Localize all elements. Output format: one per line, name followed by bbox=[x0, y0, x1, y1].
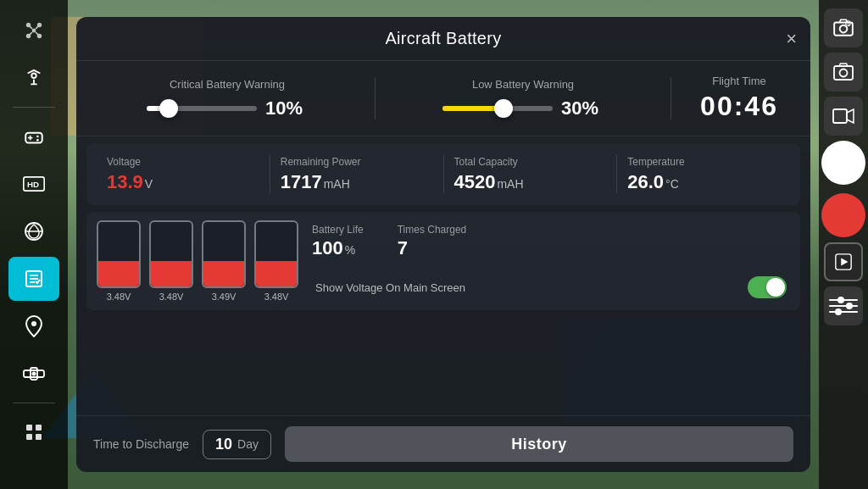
cell-4-group: 3.48V bbox=[254, 220, 298, 302]
drone-icon bbox=[23, 19, 45, 42]
sidebar-item-remote[interactable] bbox=[8, 114, 59, 158]
checklist-icon bbox=[24, 269, 44, 289]
cell-4-visual bbox=[254, 220, 298, 288]
svg-line-6 bbox=[36, 26, 38, 29]
svg-point-36 bbox=[840, 69, 848, 77]
discharge-unit: Day bbox=[237, 437, 259, 451]
critical-warning-value: 10% bbox=[265, 97, 308, 119]
temperature-label: Temperature bbox=[627, 156, 684, 168]
cell-2-group: 3.48V bbox=[149, 220, 193, 302]
sidebar-item-hd[interactable]: HD bbox=[8, 162, 59, 206]
video-button[interactable] bbox=[824, 97, 863, 136]
battery-life-value: 100% bbox=[312, 237, 364, 259]
play-button[interactable] bbox=[824, 242, 863, 281]
remaining-power-unit: mAH bbox=[324, 177, 350, 191]
hd-icon: HD bbox=[23, 175, 45, 193]
voltage-label: Voltage bbox=[107, 156, 141, 168]
svg-marker-39 bbox=[841, 258, 848, 265]
map-icon bbox=[24, 221, 44, 242]
svg-rect-4 bbox=[32, 29, 36, 32]
warning-section: Critical Battery Warning 10% Low Battery… bbox=[76, 61, 810, 136]
svg-point-26 bbox=[32, 372, 36, 376]
svg-rect-28 bbox=[36, 425, 42, 431]
critical-slider[interactable] bbox=[147, 106, 257, 111]
svg-point-9 bbox=[31, 74, 36, 79]
play-icon bbox=[834, 253, 853, 271]
history-button[interactable]: History bbox=[285, 426, 793, 462]
times-charged-group: Times Charged 7 bbox=[398, 224, 467, 259]
voltage-number: 13.9 bbox=[107, 171, 143, 192]
sidebar-item-gimbal[interactable] bbox=[8, 352, 59, 396]
flight-time-group: Flight Time 00:46 bbox=[688, 75, 790, 122]
critical-warning-label: Critical Battery Warning bbox=[97, 78, 358, 91]
battery-info: Battery Life 100% Times Charged 7 Show V… bbox=[312, 220, 790, 302]
low-warning-group: Low Battery Warning 30% bbox=[392, 78, 654, 119]
show-voltage-label: Show Voltage On Main Screen bbox=[315, 281, 465, 294]
sidebar-item-drone[interactable] bbox=[8, 8, 59, 53]
temperature-value: 26.0°C bbox=[627, 171, 679, 193]
battery-life-label: Battery Life bbox=[312, 224, 364, 236]
critical-slider-thumb[interactable] bbox=[159, 99, 178, 118]
remaining-power-group: Remaining Power 1717mAH bbox=[281, 156, 433, 193]
temperature-unit: °C bbox=[665, 177, 679, 191]
sidebar-divider-1 bbox=[13, 107, 55, 108]
discharge-label: Time to Discharge bbox=[93, 437, 189, 451]
warning-divider-1 bbox=[375, 77, 376, 119]
stats-divider-1 bbox=[270, 155, 270, 193]
battery-life-number: 100 bbox=[312, 237, 343, 258]
shutter-button[interactable] bbox=[821, 141, 865, 185]
photo-icon bbox=[833, 63, 854, 81]
video-icon bbox=[832, 108, 854, 125]
show-voltage-toggle[interactable] bbox=[748, 276, 787, 298]
aircraft-battery-modal: Aircraft Battery × Critical Battery Warn… bbox=[76, 17, 810, 472]
low-slider-thumb[interactable] bbox=[494, 99, 513, 118]
sidebar-divider-2 bbox=[13, 403, 55, 403]
temperature-number: 26.0 bbox=[627, 171, 664, 192]
cell-3-visual bbox=[202, 220, 246, 288]
total-capacity-number: 4520 bbox=[454, 171, 496, 192]
modal-title: Aircraft Battery bbox=[385, 29, 501, 48]
right-sidebar: ⚙ bbox=[819, 0, 868, 489]
sidebar-item-land[interactable] bbox=[8, 56, 59, 100]
svg-rect-29 bbox=[26, 434, 32, 440]
sidebar-item-map[interactable] bbox=[8, 209, 59, 253]
sidebar-item-checklist[interactable] bbox=[8, 257, 59, 301]
close-button[interactable]: × bbox=[786, 30, 797, 48]
low-slider[interactable] bbox=[442, 106, 553, 111]
sidebar-item-apps[interactable] bbox=[8, 410, 59, 454]
total-capacity-unit: mAH bbox=[497, 177, 523, 191]
photo-button[interactable] bbox=[824, 53, 863, 92]
warning-divider-2 bbox=[670, 77, 671, 119]
svg-rect-30 bbox=[36, 434, 42, 440]
times-charged-value: 7 bbox=[398, 237, 467, 259]
cell-2-label: 3.48V bbox=[159, 292, 184, 302]
stats-divider-2 bbox=[443, 155, 444, 193]
stats-section: Voltage 13.9V Remaining Power 1717mAH To… bbox=[86, 143, 800, 205]
toggle-row: Show Voltage On Main Screen bbox=[312, 276, 790, 298]
sidebar-item-location[interactable] bbox=[8, 304, 59, 348]
cells-row: 3.48V 3.48V 3.49V 3.48V bbox=[97, 220, 298, 302]
camera-settings-icon: ⚙ bbox=[832, 17, 854, 39]
svg-point-23 bbox=[31, 321, 36, 326]
cell-2-visual bbox=[149, 220, 193, 288]
voltage-unit: V bbox=[145, 177, 153, 191]
svg-point-14 bbox=[36, 139, 39, 142]
cell-3-group: 3.49V bbox=[202, 220, 246, 302]
critical-slider-row: 10% bbox=[97, 97, 358, 119]
camera-settings-button[interactable]: ⚙ bbox=[824, 8, 863, 47]
record-button[interactable] bbox=[821, 193, 865, 237]
sliders-button[interactable] bbox=[824, 286, 863, 325]
cell-1-visual bbox=[97, 220, 141, 288]
critical-warning-group: Critical Battery Warning 10% bbox=[97, 78, 358, 119]
stats-divider-3 bbox=[616, 155, 617, 193]
total-capacity-label: Total Capacity bbox=[454, 156, 518, 168]
battery-info-row: Battery Life 100% Times Charged 7 bbox=[312, 224, 790, 259]
low-warning-value: 30% bbox=[561, 97, 604, 119]
svg-rect-35 bbox=[834, 66, 853, 80]
cell-1-group: 3.48V bbox=[97, 220, 141, 302]
cell-3-label: 3.49V bbox=[212, 292, 236, 302]
svg-text:⚙: ⚙ bbox=[844, 19, 852, 28]
remaining-power-label: Remaining Power bbox=[281, 156, 361, 168]
discharge-value-box: 10 Day bbox=[203, 430, 271, 459]
svg-text:HD: HD bbox=[27, 180, 39, 189]
